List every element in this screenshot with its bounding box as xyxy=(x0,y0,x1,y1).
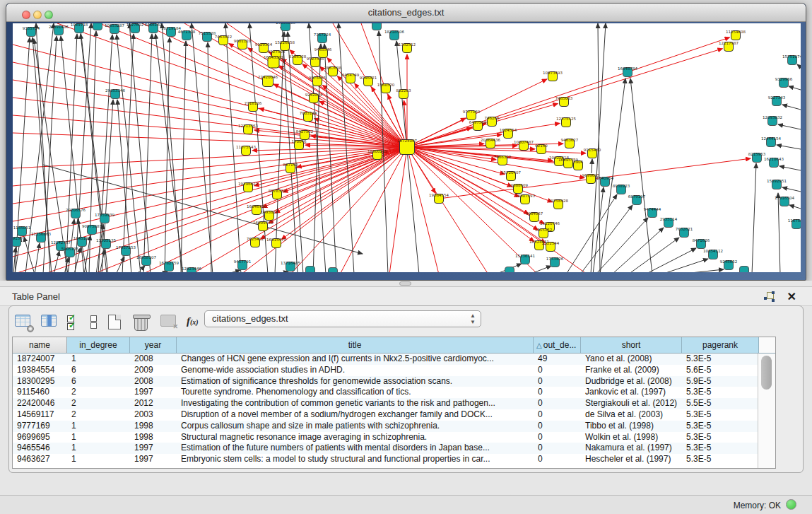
graph-node-teal[interactable]: 9474444 xyxy=(644,207,661,218)
graph-node-yellow[interactable]: 2718126 xyxy=(245,101,262,112)
graph-node-yellow[interactable]: 20364436 xyxy=(481,138,500,148)
graph-node-teal[interactable]: 13716485 xyxy=(281,261,300,271)
graph-node-teal[interactable]: 8215953 xyxy=(748,152,766,163)
graph-node-teal[interactable]: 2935114 xyxy=(660,217,678,228)
graph-node-teal[interactable]: 1527602 xyxy=(126,23,144,33)
column-header-title[interactable]: title xyxy=(177,337,534,353)
graph-node-teal[interactable]: 8938923 xyxy=(613,184,630,194)
graph-node-teal[interactable]: 16648784 xyxy=(618,66,637,77)
graph-node-yellow[interactable]: 5904 xyxy=(573,160,583,170)
graph-node-teal[interactable]: 15136141 xyxy=(515,254,535,264)
graph-node-teal[interactable]: 12923446 xyxy=(182,267,201,273)
graph-node-teal[interactable] xyxy=(740,267,749,273)
graph-node-teal[interactable]: 12093832 xyxy=(763,115,782,126)
graph-node-teal[interactable]: 39159 xyxy=(13,236,23,247)
column-header-in_degree[interactable]: in_degree xyxy=(67,337,130,353)
graph-node-yellow[interactable]: 12217987 xyxy=(719,41,739,52)
graph-node-teal[interactable] xyxy=(329,268,338,273)
graph-node-yellow[interactable]: 11154808 xyxy=(726,30,746,40)
table-row[interactable]: 946362711997Embryonic stem cells: a mode… xyxy=(13,454,775,465)
scrollbar-thumb[interactable] xyxy=(761,356,772,390)
graph-node-yellow[interactable]: 1588520 xyxy=(377,83,395,93)
table-settings-button[interactable] xyxy=(15,315,32,330)
table-row[interactable]: 969969511998Structural magnetic resonanc… xyxy=(13,432,775,443)
graph-node-yellow[interactable]: 18724007 xyxy=(397,139,417,155)
citation-network-graph[interactable]: 1872400718300295193845547463822960112891… xyxy=(13,23,801,272)
graph-node-yellow[interactable]: 19756928 xyxy=(548,199,568,209)
float-panel-icon[interactable] xyxy=(764,291,775,303)
graph-node-teal[interactable]: 8471626 xyxy=(693,238,710,249)
column-header-name[interactable]: name xyxy=(13,337,67,353)
graph-node-yellow[interactable]: 2522544 xyxy=(542,241,560,252)
graph-node-yellow[interactable]: 7463822 xyxy=(215,35,233,45)
graph-node-teal[interactable]: 6879197 xyxy=(628,194,646,205)
graph-node-yellow[interactable]: 170046 xyxy=(292,139,307,150)
graph-node-teal[interactable]: 7357224 xyxy=(314,33,331,43)
graph-node-yellow[interactable]: 18807293 xyxy=(515,194,535,204)
graph-node-yellow[interactable]: 1615152 xyxy=(535,228,553,238)
graph-node-yellow[interactable]: 16914479 xyxy=(266,238,286,248)
graph-node-teal[interactable]: 1843704 xyxy=(89,23,107,30)
graph-node-teal[interactable] xyxy=(505,267,514,273)
graph-node-yellow[interactable]: 822203 xyxy=(396,88,411,99)
window-titlebar[interactable]: citations_edges.txt xyxy=(6,4,806,22)
graph-node-yellow[interactable]: 1332512 xyxy=(399,42,416,53)
graph-node-teal[interactable] xyxy=(306,267,315,273)
row-height-button[interactable] xyxy=(88,315,99,330)
graph-node-yellow[interactable]: 7625402 xyxy=(247,237,264,247)
graph-node-teal[interactable]: 9355724 xyxy=(23,26,40,37)
graph-node-yellow[interactable]: 12375125 xyxy=(556,117,576,127)
graph-node-teal[interactable]: 10654112 xyxy=(703,249,723,259)
graph-node-yellow[interactable]: 1624554 xyxy=(500,128,517,139)
create-table-button[interactable] xyxy=(108,315,125,330)
network-canvas[interactable]: 1872400718300295193845547463822960112891… xyxy=(13,23,801,272)
column-header-short[interactable]: short xyxy=(581,337,682,353)
graph-node-teal[interactable]: 9329966 xyxy=(775,77,793,88)
graph-node-yellow[interactable]: 12213363 xyxy=(238,124,258,134)
graph-node-teal[interactable]: 9457791 xyxy=(234,259,252,270)
graph-node-yellow[interactable]: 9463627 xyxy=(561,138,579,148)
graph-node-yellow[interactable]: 62160 xyxy=(535,144,548,154)
graph-node-yellow[interactable]: 9115460 xyxy=(584,148,601,158)
split-pane-divider[interactable] xyxy=(399,281,411,286)
graph-node-teal[interactable]: 9245652 xyxy=(720,259,738,270)
graph-node-yellow[interactable]: 11075543 xyxy=(236,145,256,156)
graph-node-yellow[interactable]: 9146821 xyxy=(360,76,377,86)
graph-node-teal[interactable]: 15751074 xyxy=(782,54,801,65)
graph-node-teal[interactable]: 1167533 xyxy=(788,218,801,229)
graph-node-yellow[interactable]: 8186328 xyxy=(289,54,307,65)
graph-node-teal[interactable]: 19053803 xyxy=(276,23,295,31)
table-row[interactable]: 1938455462009Genome-wide association stu… xyxy=(13,365,775,376)
graph-node-teal[interactable]: 1049718 xyxy=(71,23,88,33)
delete-rows-button[interactable] xyxy=(134,315,151,330)
graph-node-yellow[interactable]: 867150 xyxy=(283,163,298,173)
graph-node-teal[interactable]: 18218506 xyxy=(384,30,404,40)
graph-node-yellow[interactable]: 7485063 xyxy=(555,96,573,107)
table-row[interactable]: 1456911722003Disruption of a novel membe… xyxy=(13,409,775,421)
select-rows-button[interactable] xyxy=(67,315,78,330)
table-row[interactable]: 977716911998Corpus callosum shape and si… xyxy=(13,421,775,432)
graph-node-yellow[interactable]: 16543382 xyxy=(264,55,283,68)
graph-node-yellow[interactable]: 16099348 xyxy=(253,221,273,231)
close-panel-icon[interactable]: ✕ xyxy=(787,290,796,303)
table-row[interactable]: 2242004622012Investigating the contribut… xyxy=(13,398,775,409)
graph-node-teal[interactable]: 7632621 xyxy=(676,227,693,238)
graph-node-teal[interactable]: 1135051 xyxy=(13,226,31,236)
graph-node-teal[interactable]: 20691406 xyxy=(49,25,69,35)
table-row[interactable]: 1830029562008Estimation of significance … xyxy=(13,376,775,387)
graph-node-yellow[interactable]: 9084067 xyxy=(526,211,543,222)
graph-node-yellow[interactable]: 19196822 xyxy=(238,182,258,192)
graph-node-teal[interactable]: 17016504 xyxy=(775,196,794,206)
column-header-pagerank[interactable]: pagerank xyxy=(682,337,759,353)
graph-node-teal[interactable]: 16210643 xyxy=(764,157,784,168)
graph-node-teal[interactable]: 1145193 xyxy=(73,236,91,247)
table-row[interactable]: 1872400712008Changes of HCN gene express… xyxy=(13,354,775,365)
network-table-select[interactable]: citations_edges.txt ▲▼ xyxy=(204,310,481,327)
graph-node-teal[interactable]: 17359939 xyxy=(95,213,114,223)
graph-node-yellow[interactable]: 7486322 xyxy=(494,155,512,165)
select-columns-button[interactable] xyxy=(41,315,58,330)
column-header-year[interactable]: year xyxy=(130,337,177,353)
graph-node-teal[interactable]: 9227343 xyxy=(768,95,786,106)
graph-node-teal[interactable]: 1733426 xyxy=(546,257,564,267)
table-row[interactable]: 911546021997Tourette syndrome. Phenomeno… xyxy=(13,387,775,398)
